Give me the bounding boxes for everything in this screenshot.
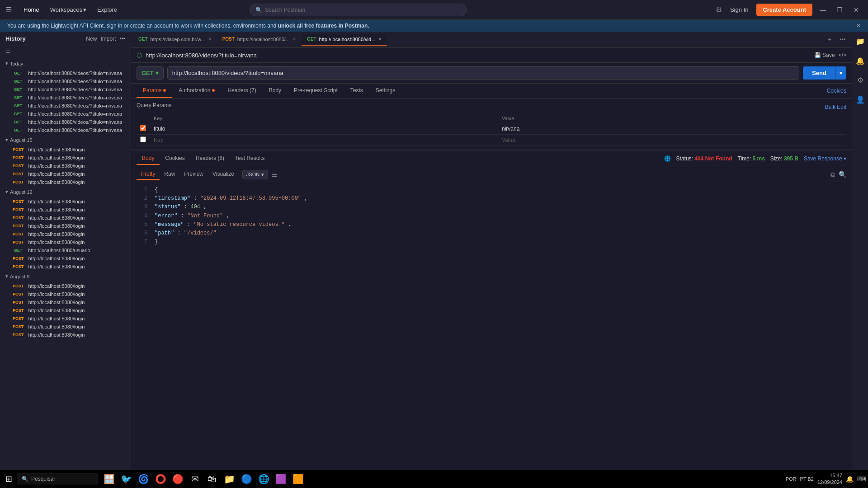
- taskbar-app-explorer[interactable]: 🪟: [101, 471, 117, 487]
- save-response-button[interactable]: Save Response ▾: [804, 155, 846, 162]
- bulk-edit-button[interactable]: Bulk Edit: [825, 104, 846, 110]
- nav-home[interactable]: Home: [19, 5, 44, 15]
- list-item[interactable]: GET http://localhost:8080/videos/?titulo…: [0, 102, 131, 110]
- minimize-button[interactable]: —: [816, 6, 830, 14]
- tab-close-icon[interactable]: ✕: [208, 37, 212, 42]
- list-item[interactable]: GET http://localhost:8080/videos/?titulo…: [0, 77, 131, 85]
- save-button[interactable]: 💾 Save: [814, 52, 835, 58]
- tab-headers[interactable]: Headers (7): [221, 84, 262, 98]
- profile-icon[interactable]: 👤: [854, 94, 867, 106]
- list-item[interactable]: POST http://localhost:8080/login: [0, 238, 131, 246]
- list-item[interactable]: POST http://localhost:8080/login: [0, 314, 131, 323]
- list-item[interactable]: GET http://localhost:8080/videos/?titulo…: [0, 126, 131, 134]
- taskbar-app-edge[interactable]: 🌀: [135, 471, 151, 487]
- response-body-tab-preview[interactable]: Preview: [179, 169, 208, 180]
- list-item[interactable]: GET http://localhost:8080/videos/?titulo…: [0, 85, 131, 94]
- list-item[interactable]: GET http://localhost:8080/usuario: [0, 246, 131, 254]
- filter-icon[interactable]: ⚌: [272, 171, 278, 178]
- taskbar-keyboard-icon[interactable]: ⌨: [857, 475, 866, 483]
- settings-icon[interactable]: ⚙: [716, 5, 722, 14]
- response-tab-cookies[interactable]: Cookies: [160, 152, 190, 165]
- response-body-tab-pretty[interactable]: Pretty: [137, 169, 160, 180]
- history-group-aug12[interactable]: ▾ August 12: [0, 186, 131, 197]
- new-button[interactable]: New: [86, 36, 97, 42]
- copy-button[interactable]: ⧉: [830, 171, 835, 178]
- list-item[interactable]: POST http://localhost:8080/login: [0, 214, 131, 222]
- list-item[interactable]: GET http://localhost:8080/videos/?titulo…: [0, 118, 131, 126]
- response-body-tab-visualize[interactable]: Visualize: [208, 169, 239, 180]
- hamburger-icon[interactable]: ☰: [5, 5, 12, 14]
- import-button[interactable]: Import: [100, 36, 116, 42]
- banner-close-button[interactable]: ✕: [856, 23, 861, 29]
- format-select[interactable]: JSON ▾: [242, 170, 268, 179]
- taskbar-notifications-icon[interactable]: 🔔: [846, 475, 854, 483]
- notification-icon[interactable]: 🔔: [854, 55, 867, 67]
- close-button[interactable]: ✕: [850, 6, 863, 14]
- nav-explore[interactable]: Explore: [93, 5, 122, 15]
- list-item[interactable]: POST http://localhost:8080/login: [0, 290, 131, 298]
- list-item[interactable]: POST http://localhost:8080/login: [0, 306, 131, 314]
- list-item[interactable]: POST http://localhost:8080/login: [0, 178, 131, 186]
- tab-close-icon[interactable]: ✕: [378, 37, 382, 42]
- param-value-input-empty[interactable]: [502, 137, 843, 143]
- send-dropdown-button[interactable]: ▾: [835, 66, 846, 80]
- list-item[interactable]: POST http://localhost:8080/login: [0, 206, 131, 214]
- tab-close-icon[interactable]: ✕: [292, 37, 296, 42]
- list-item[interactable]: POST http://localhost:8080/login: [0, 170, 131, 178]
- code-button[interactable]: </>: [839, 52, 846, 58]
- tab-viacep[interactable]: GET https://viacep.com.br/w... ✕: [133, 34, 217, 46]
- nav-workspaces[interactable]: Workspaces ▾: [46, 5, 91, 15]
- tab-prerequest[interactable]: Pre-request Script: [288, 84, 344, 98]
- more-tabs-button[interactable]: •••: [837, 36, 848, 44]
- tab-tests[interactable]: Tests: [344, 84, 369, 98]
- taskbar-app-orange[interactable]: 🟧: [290, 471, 306, 487]
- search-bar[interactable]: 🔍: [250, 4, 467, 16]
- taskbar-app-circle[interactable]: 🔵: [238, 471, 255, 487]
- collection-icon[interactable]: 📁: [854, 35, 867, 47]
- response-tab-headers[interactable]: Headers (8): [190, 152, 230, 165]
- cookies-link[interactable]: Cookies: [827, 88, 846, 94]
- list-item[interactable]: POST http://localhost:8080/login: [0, 222, 131, 230]
- taskbar-search[interactable]: 🔍 Pesquisar: [17, 474, 98, 484]
- history-group-today[interactable]: ▾ Today: [0, 58, 131, 69]
- list-item[interactable]: GET http://localhost:8080/videos/?titulo…: [0, 69, 131, 77]
- list-item[interactable]: POST http://localhost:8080/login: [0, 145, 131, 154]
- more-icon[interactable]: •••: [119, 36, 125, 42]
- taskbar-app-browser2[interactable]: 🌐: [255, 471, 272, 487]
- taskbar-app-folder[interactable]: 📁: [221, 471, 237, 487]
- url-input[interactable]: [167, 66, 799, 80]
- response-tab-test-results[interactable]: Test Results: [230, 152, 270, 165]
- param-key-input[interactable]: [154, 126, 495, 132]
- create-account-button[interactable]: Create Account: [756, 4, 812, 16]
- taskbar-app-red[interactable]: 🔴: [170, 471, 186, 487]
- method-select[interactable]: GET ▾: [137, 66, 164, 80]
- param-checkbox-empty[interactable]: [140, 136, 146, 142]
- list-item[interactable]: POST http://localhost:8080/login: [0, 197, 131, 206]
- tab-post-login[interactable]: POST https://localhost:8080/... ✕: [217, 34, 302, 46]
- response-tab-body[interactable]: Body: [137, 152, 160, 165]
- list-item[interactable]: POST http://localhost:8080/login: [0, 230, 131, 238]
- send-button[interactable]: Send: [803, 66, 835, 80]
- add-tab-button[interactable]: ＋: [824, 35, 835, 44]
- taskbar-app-opera[interactable]: ⭕: [152, 471, 169, 487]
- windows-start-button[interactable]: ⊞: [2, 472, 16, 486]
- filter-icon[interactable]: ☰: [5, 48, 10, 54]
- taskbar-app-jetbrains[interactable]: 🟪: [273, 471, 289, 487]
- maximize-button[interactable]: ❐: [833, 6, 846, 14]
- param-key-input-empty[interactable]: [154, 137, 495, 143]
- taskbar-app-mail[interactable]: ✉: [187, 471, 203, 487]
- list-item[interactable]: POST http://localhost:8080/login: [0, 154, 131, 162]
- list-item[interactable]: POST http://localhost:8080/login: [0, 254, 131, 263]
- tab-params[interactable]: Params: [137, 84, 172, 98]
- param-checkbox[interactable]: [140, 125, 146, 131]
- taskbar-app-store[interactable]: 🛍: [204, 471, 220, 487]
- history-group-aug9[interactable]: ▾ August 9: [0, 271, 131, 282]
- tab-get-videos[interactable]: GET http://localhost:8080/vid... ✕: [302, 34, 387, 46]
- tab-body[interactable]: Body: [263, 84, 288, 98]
- response-body-tab-raw[interactable]: Raw: [160, 169, 179, 180]
- search-response-button[interactable]: 🔍: [839, 171, 846, 178]
- search-input[interactable]: [265, 7, 461, 13]
- settings-icon[interactable]: ⚙: [855, 74, 865, 86]
- sign-in-button[interactable]: Sign In: [726, 5, 753, 15]
- tab-settings[interactable]: Settings: [369, 84, 401, 98]
